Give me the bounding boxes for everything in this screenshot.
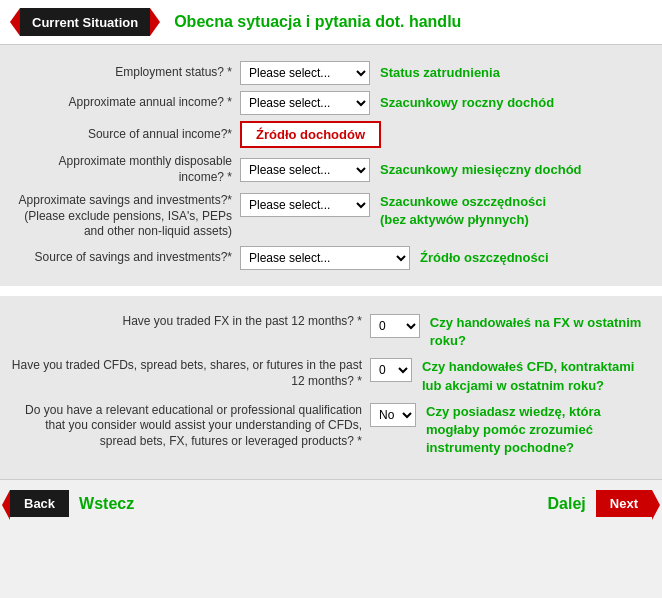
source-savings-control: Please select... Źródło oszczędności: [240, 246, 549, 270]
source-income-control: Źródło dochodów: [240, 121, 381, 148]
cfd-select[interactable]: 0: [370, 358, 412, 382]
savings-label: Approximate savings and investments?* (P…: [10, 191, 240, 240]
source-savings-label: Source of savings and investments?*: [10, 250, 240, 266]
source-savings-row: Source of savings and investments?* Plea…: [0, 246, 662, 270]
monthly-disposable-select[interactable]: Please select...: [240, 158, 370, 182]
annual-income-translation: Szacunkowy roczny dochód: [380, 94, 554, 112]
page-title: Obecna sytuacja i pytania dot. handlu: [174, 13, 461, 31]
page-footer: Back Wstecz Dalej Next: [0, 479, 662, 527]
dalej-label: Dalej: [548, 495, 586, 513]
employment-translation: Status zatrudnienia: [380, 64, 500, 82]
page-header: Current Situation Obecna sytuacja i pyta…: [0, 0, 662, 45]
cfd-translation: Czy handowałeś CFD, kontraktami lub akcj…: [422, 358, 652, 394]
source-savings-translation: Źródło oszczędności: [420, 249, 549, 267]
trading-section: Have you traded FX in the past 12 months…: [0, 296, 662, 479]
fx-select[interactable]: 0: [370, 314, 420, 338]
monthly-disposable-control: Please select... Szacunkowy miesięczny d…: [240, 158, 582, 182]
savings-control: Please select... Szacunkowe oszczędności…: [240, 191, 546, 229]
source-income-button[interactable]: Źródło dochodów: [240, 121, 381, 148]
monthly-disposable-row: Approximate monthly disposable income? *…: [0, 154, 662, 185]
employment-control: Please select... Status zatrudnienia: [240, 61, 500, 85]
badge-arrow-left: [10, 8, 20, 36]
monthly-disposable-translation: Szacunkowy miesięczny dochód: [380, 161, 582, 179]
savings-translation: Szacunkowe oszczędności (bez aktywów pły…: [380, 193, 546, 229]
employment-select[interactable]: Please select...: [240, 61, 370, 85]
source-income-label: Source of annual income?*: [10, 127, 240, 143]
annual-income-label: Approximate annual income? *: [10, 95, 240, 111]
cfd-control: 0 Czy handowałeś CFD, kontraktami lub ak…: [370, 358, 652, 394]
qualification-translation: Czy posiadasz wiedzę, która mogłaby pomó…: [426, 403, 652, 458]
employment-row: Employment status? * Please select... St…: [0, 61, 662, 85]
fx-control: 0 Czy handowałeś na FX w ostatnim roku?: [370, 314, 652, 350]
cfd-label: Have you traded CFDs, spread bets, share…: [10, 358, 370, 389]
next-button[interactable]: Next: [596, 490, 652, 517]
qualification-row: Do you have a relevant educational or pr…: [0, 403, 662, 458]
source-income-row: Source of annual income?* Źródło dochodó…: [0, 121, 662, 148]
annual-income-control: Please select... Szacunkowy roczny dochó…: [240, 91, 554, 115]
wstecz-label: Wstecz: [79, 495, 134, 513]
source-savings-select[interactable]: Please select...: [240, 246, 410, 270]
qualification-label: Do you have a relevant educational or pr…: [10, 403, 370, 450]
savings-row: Approximate savings and investments?* (P…: [0, 191, 662, 240]
fx-label: Have you traded FX in the past 12 months…: [10, 314, 370, 330]
financial-section: Employment status? * Please select... St…: [0, 45, 662, 290]
badge-arrow-right: [150, 8, 160, 36]
back-button[interactable]: Back: [10, 490, 69, 517]
qualification-select[interactable]: No: [370, 403, 416, 427]
annual-income-select[interactable]: Please select...: [240, 91, 370, 115]
annual-income-row: Approximate annual income? * Please sele…: [0, 91, 662, 115]
cfd-row: Have you traded CFDs, spread bets, share…: [0, 358, 662, 394]
fx-row: Have you traded FX in the past 12 months…: [0, 314, 662, 350]
footer-right: Dalej Next: [548, 490, 652, 517]
fx-translation: Czy handowałeś na FX w ostatnim roku?: [430, 314, 652, 350]
employment-label: Employment status? *: [10, 65, 240, 81]
savings-select[interactable]: Please select...: [240, 193, 370, 217]
badge-label: Current Situation: [32, 15, 138, 30]
qualification-control: No Czy posiadasz wiedzę, która mogłaby p…: [370, 403, 652, 458]
footer-left: Back Wstecz: [10, 490, 134, 517]
current-situation-badge: Current Situation: [10, 8, 160, 36]
monthly-disposable-label: Approximate monthly disposable income? *: [10, 154, 240, 185]
badge-body: Current Situation: [20, 8, 150, 36]
